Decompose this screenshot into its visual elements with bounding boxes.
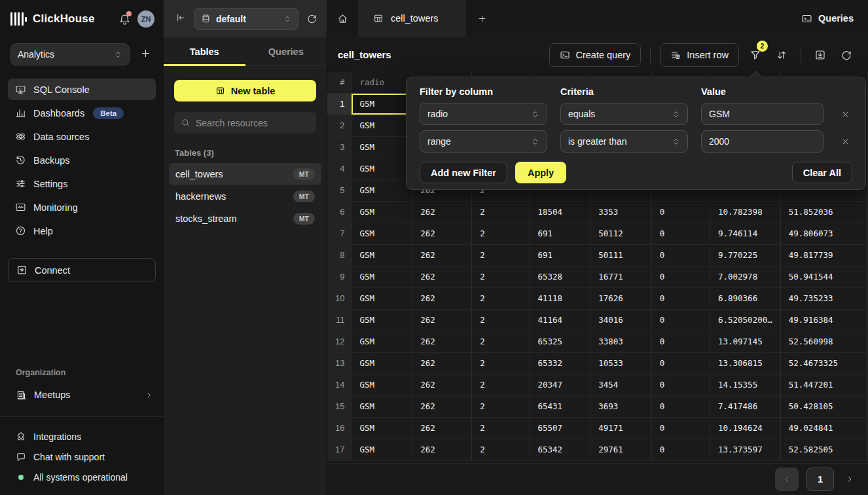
row-number[interactable]: 8 — [327, 244, 352, 266]
data-cell[interactable]: 9.770225 — [710, 244, 780, 266]
data-cell[interactable]: 2 — [472, 287, 530, 309]
data-cell[interactable]: 49.024841 — [780, 417, 867, 439]
data-cell[interactable]: 50.941544 — [780, 266, 867, 287]
data-cell[interactable]: 2 — [472, 374, 530, 395]
data-cell[interactable]: 0 — [651, 331, 710, 352]
table-list-item-cell-towers[interactable]: cell_towersMT — [169, 163, 321, 185]
row-number[interactable]: 9 — [327, 266, 352, 287]
connect-button[interactable]: Connect — [8, 258, 156, 282]
data-cell[interactable]: GSM — [352, 93, 412, 115]
data-cell[interactable]: 50.428105 — [780, 395, 867, 417]
previous-page-button[interactable] — [775, 468, 799, 491]
data-cell[interactable]: 0 — [651, 309, 710, 331]
notifications-bell-icon[interactable] — [117, 12, 132, 26]
sidebar-item-chat-with-support[interactable]: Chat with support — [0, 447, 164, 467]
data-cell[interactable]: 65325 — [530, 331, 590, 352]
remove-filter-button[interactable] — [837, 133, 854, 150]
data-cell[interactable]: 2 — [472, 395, 530, 417]
data-cell[interactable]: 0 — [651, 374, 710, 395]
database-select[interactable]: default — [194, 8, 298, 30]
data-cell[interactable]: GSM — [352, 395, 412, 417]
table-list-item-stocks-stream[interactable]: stocks_streamMT — [169, 208, 321, 229]
workspace-select[interactable]: Analytics — [10, 43, 130, 65]
data-cell[interactable]: 691 — [530, 244, 590, 266]
data-cell[interactable]: 51.447201 — [780, 374, 867, 395]
queries-link[interactable]: Queries — [801, 13, 854, 24]
row-number[interactable]: 1 — [327, 93, 352, 115]
data-cell[interactable]: 3454 — [590, 374, 652, 395]
row-number[interactable]: 14 — [327, 374, 352, 395]
filter-value-input[interactable] — [701, 130, 823, 153]
data-cell[interactable]: 10533 — [590, 352, 652, 374]
data-cell[interactable]: 2 — [472, 244, 530, 266]
data-cell[interactable]: 262 — [412, 309, 472, 331]
avatar[interactable]: ZN — [137, 10, 154, 28]
data-cell[interactable]: 0 — [651, 439, 710, 460]
data-cell[interactable]: 0 — [651, 266, 710, 287]
data-cell[interactable]: 262 — [412, 417, 472, 439]
data-cell[interactable]: 41164 — [530, 309, 590, 331]
data-cell[interactable]: 65431 — [530, 395, 590, 417]
data-cell[interactable]: 0 — [651, 223, 710, 244]
current-page[interactable]: 1 — [806, 468, 834, 491]
tab-cell-towers[interactable]: cell_towers — [359, 0, 466, 37]
row-number[interactable]: 5 — [327, 179, 352, 201]
data-cell[interactable]: 2 — [472, 266, 530, 287]
data-cell[interactable]: 9.746114 — [710, 223, 780, 244]
refresh-table-button[interactable] — [837, 45, 856, 65]
data-cell[interactable]: GSM — [352, 136, 412, 158]
data-cell[interactable]: 49.806073 — [780, 223, 867, 244]
row-number[interactable]: 17 — [327, 439, 352, 460]
data-cell[interactable]: 262 — [412, 395, 472, 417]
data-cell[interactable]: GSM — [352, 331, 412, 352]
filter-value-input[interactable] — [701, 103, 823, 125]
data-cell[interactable]: 17626 — [590, 287, 652, 309]
tab-queries[interactable]: Queries — [245, 37, 327, 65]
data-cell[interactable]: GSM — [352, 201, 412, 223]
data-cell[interactable]: 20347 — [530, 374, 590, 395]
data-cell[interactable]: 14.15355 — [710, 374, 780, 395]
data-cell[interactable]: GSM — [352, 309, 412, 331]
data-cell[interactable]: GSM — [352, 439, 412, 460]
sidebar-item-settings[interactable]: Settings — [8, 173, 156, 194]
add-filter-button[interactable]: Add new Filter — [420, 162, 507, 183]
data-cell[interactable]: 3353 — [590, 201, 652, 223]
row-number[interactable]: 15 — [327, 395, 352, 417]
data-cell[interactable]: 18504 — [530, 201, 590, 223]
data-cell[interactable]: 0 — [651, 287, 710, 309]
data-cell[interactable]: 262 — [412, 331, 472, 352]
data-cell[interactable]: GSM — [352, 158, 412, 179]
data-cell[interactable]: 49.916384 — [780, 309, 867, 331]
data-cell[interactable]: 0 — [651, 244, 710, 266]
data-cell[interactable]: 65328 — [530, 266, 590, 287]
data-cell[interactable]: 52.4673325 — [780, 352, 867, 374]
data-cell[interactable]: 16771 — [590, 266, 652, 287]
tab-tables[interactable]: Tables — [164, 37, 245, 65]
data-cell[interactable]: GSM — [352, 374, 412, 395]
data-cell[interactable]: 3693 — [590, 395, 652, 417]
data-cell[interactable]: 29761 — [590, 439, 652, 460]
sidebar-item-dashboards[interactable]: DashboardsBeta — [8, 102, 156, 124]
filter-criteria-select[interactable]: is greater than — [560, 130, 688, 153]
data-cell[interactable]: 49.817739 — [780, 244, 867, 266]
data-cell[interactable]: GSM — [352, 287, 412, 309]
data-cell[interactable]: 52.582505 — [780, 439, 867, 460]
next-page-button[interactable] — [842, 468, 858, 491]
data-cell[interactable]: 50111 — [590, 244, 652, 266]
table-list-item-hackernews[interactable]: hackernewsMT — [169, 185, 321, 207]
row-number[interactable]: 6 — [327, 201, 352, 223]
row-number[interactable]: 7 — [327, 223, 352, 244]
sidebar-item-sql-console[interactable]: SQL Console — [8, 79, 156, 100]
data-cell[interactable]: GSM — [352, 352, 412, 374]
data-cell[interactable]: 52.560998 — [780, 331, 867, 352]
data-cell[interactable]: 65507 — [530, 417, 590, 439]
sort-button[interactable] — [772, 45, 791, 65]
row-number[interactable]: 11 — [327, 309, 352, 331]
clear-all-filters-button[interactable]: Clear All — [792, 162, 852, 183]
filter-criteria-select[interactable]: equals — [560, 103, 688, 125]
data-cell[interactable]: 262 — [412, 223, 472, 244]
data-cell[interactable]: 262 — [412, 266, 472, 287]
data-cell[interactable]: 65342 — [530, 439, 590, 460]
data-cell[interactable]: 10.194624 — [710, 417, 780, 439]
data-cell[interactable]: 0 — [651, 352, 710, 374]
